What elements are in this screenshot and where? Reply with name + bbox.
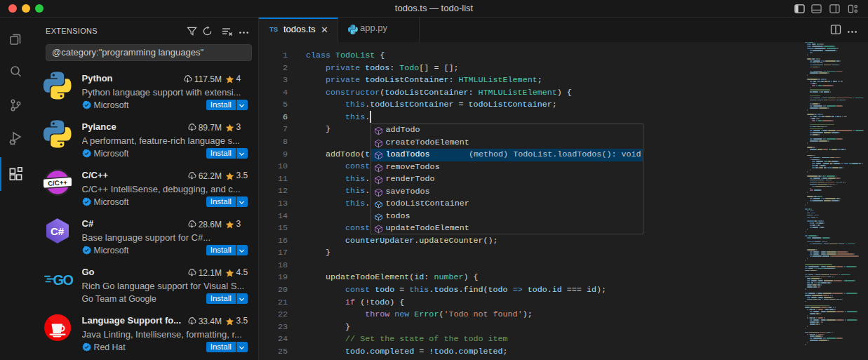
svg-text:GO: GO — [53, 272, 74, 288]
svg-text:C/C++: C/C++ — [48, 178, 68, 187]
svg-text:C#: C# — [51, 225, 65, 237]
